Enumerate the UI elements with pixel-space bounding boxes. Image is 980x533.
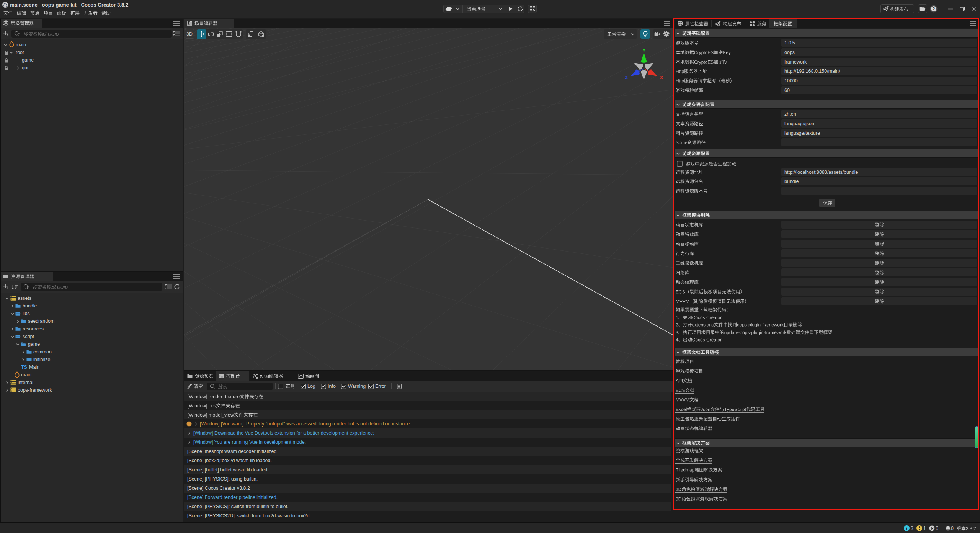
svg-text:Z: Z bbox=[625, 75, 628, 80]
svg-text:X: X bbox=[660, 75, 663, 80]
svg-text:?: ? bbox=[932, 7, 935, 11]
svg-text:Y: Y bbox=[642, 47, 646, 53]
